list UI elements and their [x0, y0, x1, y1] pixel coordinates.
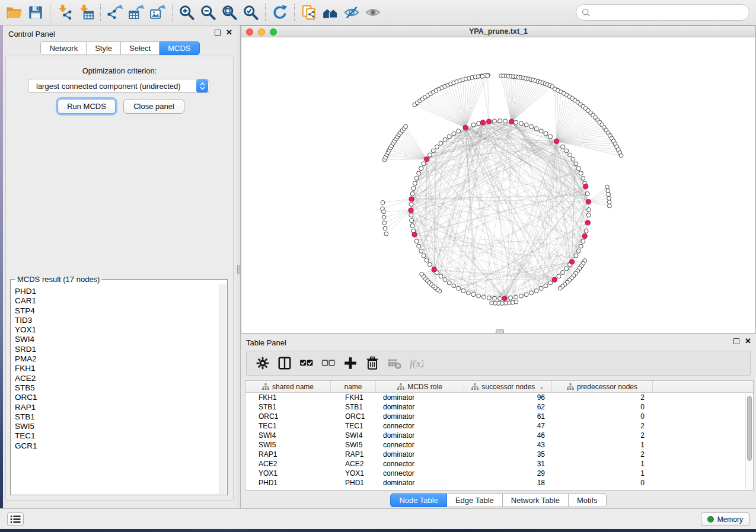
network-node[interactable]: [477, 121, 481, 126]
network-node[interactable]: [471, 293, 476, 297]
mcds-hub-node[interactable]: [569, 259, 574, 264]
table-cell[interactable]: 18: [464, 479, 552, 487]
network-node[interactable]: [568, 153, 572, 157]
mcds-result-item[interactable]: SWI5: [15, 422, 219, 431]
tab-mcds[interactable]: MCDS: [160, 41, 199, 55]
refresh-layout-button[interactable]: [269, 2, 291, 23]
network-node[interactable]: [414, 176, 419, 180]
mcds-result-item[interactable]: CAR1: [15, 296, 219, 306]
mcds-hub-node[interactable]: [509, 119, 514, 124]
table-cell[interactable]: dominator: [376, 479, 464, 487]
maximize-window-button[interactable]: [270, 28, 277, 36]
table-cell[interactable]: SWI4: [245, 431, 331, 440]
mcds-hub-node[interactable]: [554, 139, 559, 143]
mcds-result-item[interactable]: SWI4: [15, 335, 219, 344]
table-row[interactable]: STB1STB1dominator620: [245, 402, 745, 412]
leaf-node[interactable]: [605, 185, 610, 189]
network-node[interactable]: [466, 291, 470, 295]
table-cell[interactable]: SWI4: [331, 431, 376, 440]
table-cell[interactable]: SWI5: [245, 441, 331, 449]
network-node[interactable]: [410, 192, 414, 196]
table-row[interactable]: RAP1RAP1dominator352: [245, 450, 745, 459]
network-node[interactable]: [514, 295, 518, 299]
splitter-grip[interactable]: [237, 265, 240, 274]
mcds-result-item[interactable]: ORC1: [15, 393, 219, 402]
table-cell[interactable]: connector: [376, 422, 464, 430]
network-node[interactable]: [509, 296, 513, 300]
network-node[interactable]: [439, 274, 443, 278]
leaf-node[interactable]: [383, 226, 387, 230]
table-row[interactable]: YOX1YOX1connector291: [245, 469, 745, 478]
close-panel-button[interactable]: Close panel: [123, 99, 184, 114]
mcds-result-item[interactable]: YOX1: [15, 325, 219, 335]
show-all-button[interactable]: [362, 2, 384, 23]
leaf-node[interactable]: [558, 286, 562, 290]
network-node[interactable]: [477, 294, 481, 298]
network-node[interactable]: [534, 127, 538, 131]
network-node[interactable]: [534, 289, 538, 293]
table-cell[interactable]: 35: [464, 450, 552, 459]
table-cell[interactable]: 1: [552, 441, 653, 449]
horizontal-splitter-grip[interactable]: [496, 329, 504, 334]
table-cell[interactable]: YOX1: [331, 469, 376, 477]
float-panel-icon[interactable]: [215, 30, 221, 36]
tab-style[interactable]: Style: [87, 41, 121, 55]
network-node[interactable]: [439, 141, 443, 145]
mcds-result-item[interactable]: TID3: [15, 316, 219, 325]
leaf-node[interactable]: [490, 301, 494, 305]
network-node[interactable]: [443, 137, 447, 142]
mcds-hub-node[interactable]: [463, 126, 468, 130]
tab-network-table[interactable]: Network Table: [503, 493, 569, 507]
table-cell[interactable]: TEC1: [331, 422, 376, 430]
table-cell[interactable]: 96: [464, 393, 552, 402]
table-cell[interactable]: 0: [552, 403, 653, 411]
memory-button[interactable]: Memory: [701, 512, 749, 526]
network-node[interactable]: [452, 284, 456, 288]
leaf-node[interactable]: [420, 272, 424, 276]
network-node[interactable]: [576, 166, 580, 171]
optimization-criterion-dropdown[interactable]: largest connected component (undirected): [28, 79, 209, 93]
mcds-hub-node[interactable]: [487, 119, 492, 124]
table-cell[interactable]: 47: [464, 422, 552, 430]
network-node[interactable]: [586, 213, 591, 217]
mcds-result-item[interactable]: STP4: [15, 306, 219, 316]
leaf-node[interactable]: [607, 193, 611, 197]
network-node[interactable]: [584, 229, 588, 233]
show-panels-button[interactable]: [7, 512, 24, 526]
zoom-fit-button[interactable]: [219, 2, 240, 23]
mcds-result-item[interactable]: STB5: [15, 383, 219, 393]
network-node[interactable]: [585, 192, 589, 196]
mcds-result-item[interactable]: SRD1: [15, 345, 219, 354]
network-node[interactable]: [576, 249, 580, 253]
mcds-hub-node[interactable]: [585, 220, 590, 225]
table-cell[interactable]: 29: [464, 469, 552, 477]
table-cell[interactable]: ORC1: [331, 412, 376, 421]
network-node[interactable]: [443, 278, 447, 282]
network-node[interactable]: [452, 132, 456, 136]
search-input[interactable]: [591, 6, 749, 19]
table-cell[interactable]: YOX1: [245, 469, 331, 477]
mcds-hub-node[interactable]: [552, 277, 557, 282]
network-node[interactable]: [457, 286, 461, 290]
hide-selected-button[interactable]: [341, 2, 362, 23]
network-node[interactable]: [564, 267, 569, 271]
network-node[interactable]: [557, 274, 561, 278]
table-row[interactable]: FKH1FKH1dominator962: [245, 393, 745, 402]
mcds-hub-node[interactable]: [502, 296, 507, 301]
table-cell[interactable]: PHD1: [245, 479, 331, 487]
table-cell[interactable]: PHD1: [331, 479, 376, 487]
network-node[interactable]: [579, 171, 583, 175]
table-cell[interactable]: 62: [464, 403, 552, 411]
leaf-node[interactable]: [486, 74, 490, 78]
network-node[interactable]: [498, 297, 502, 301]
mcds-hub-node[interactable]: [409, 208, 413, 213]
leaf-node[interactable]: [382, 210, 386, 214]
network-node[interactable]: [579, 244, 583, 248]
export-table-button[interactable]: [126, 2, 147, 23]
mcds-result-item[interactable]: TEC1: [15, 431, 219, 441]
network-node[interactable]: [447, 281, 451, 285]
table-scrollbar[interactable]: [745, 393, 753, 490]
network-node[interactable]: [412, 187, 416, 191]
leaf-node[interactable]: [606, 189, 610, 193]
mcds-hub-node[interactable]: [432, 267, 436, 272]
